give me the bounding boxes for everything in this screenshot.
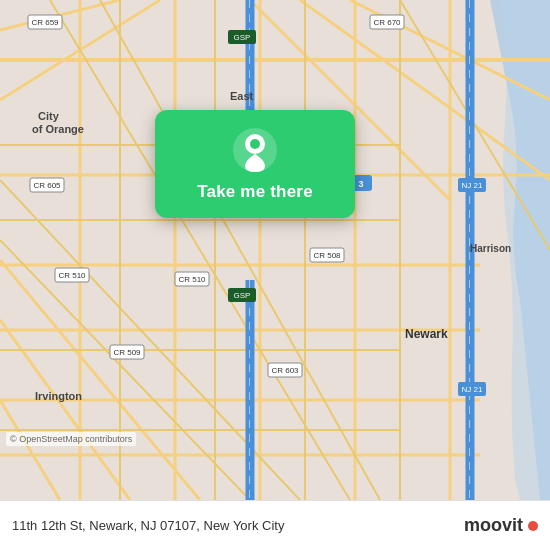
svg-text:GSP: GSP — [234, 291, 251, 300]
svg-text:of Orange: of Orange — [32, 123, 84, 135]
svg-text:CR 510: CR 510 — [58, 271, 86, 280]
svg-text:GSP: GSP — [234, 33, 251, 42]
svg-text:Harrison: Harrison — [470, 243, 511, 254]
svg-text:East: East — [230, 90, 254, 102]
take-me-there-label: Take me there — [197, 182, 313, 202]
svg-text:CR 508: CR 508 — [313, 251, 341, 260]
moovit-dot-icon — [528, 521, 538, 531]
take-me-there-card[interactable]: Take me there — [155, 110, 355, 218]
map-container: 3 CR 659 CR 670 GSP GSP CR 605 CR 510 CR… — [0, 0, 550, 500]
svg-text:CR 659: CR 659 — [31, 18, 59, 27]
svg-text:NJ 21: NJ 21 — [462, 181, 483, 190]
svg-text:3: 3 — [358, 179, 363, 189]
moovit-logo: moovit — [464, 515, 538, 536]
svg-text:CR 509: CR 509 — [113, 348, 141, 357]
svg-text:CR 670: CR 670 — [373, 18, 401, 27]
osm-attribution: © OpenStreetMap contributors — [6, 432, 136, 446]
svg-text:CR 603: CR 603 — [271, 366, 299, 375]
bottom-bar: 11th 12th St, Newark, NJ 07107, New York… — [0, 500, 550, 550]
svg-point-76 — [250, 139, 260, 149]
moovit-text: moovit — [464, 515, 523, 536]
svg-text:City: City — [38, 110, 60, 122]
svg-text:CR 510: CR 510 — [178, 275, 206, 284]
map-svg: 3 CR 659 CR 670 GSP GSP CR 605 CR 510 CR… — [0, 0, 550, 500]
svg-text:NJ 21: NJ 21 — [462, 385, 483, 394]
svg-text:CR 605: CR 605 — [33, 181, 61, 190]
svg-text:Irvington: Irvington — [35, 390, 82, 402]
location-pin-icon — [233, 128, 277, 172]
address-text: 11th 12th St, Newark, NJ 07107, New York… — [12, 518, 464, 533]
svg-text:Newark: Newark — [405, 327, 448, 341]
